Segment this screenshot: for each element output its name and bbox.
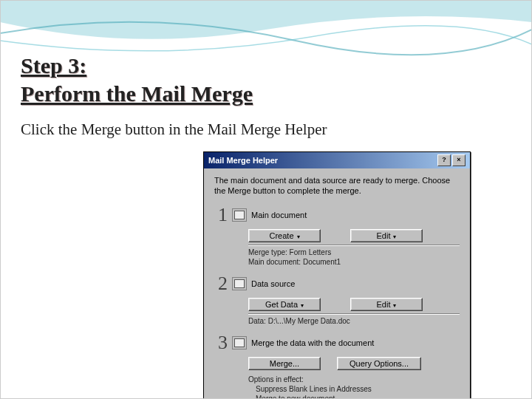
section-label-2: Data source <box>251 279 295 288</box>
options-heading: Options in effect: <box>248 375 460 384</box>
query-options-button[interactable]: Query Options... <box>337 357 421 370</box>
title-line-2: Perform the Mail Merge <box>21 81 253 106</box>
data-path-line: Data: D:\...\My Merge Data.doc <box>248 316 460 326</box>
title-line-1: Step 3: <box>21 53 86 78</box>
merge-icon <box>232 336 247 349</box>
section-data-source: 2 Data source Get Data Edit Data: D:\...… <box>214 273 460 326</box>
edit-main-button[interactable]: Edit <box>350 229 423 242</box>
slide-content: Step 3: Perform the Mail Merge Click the… <box>0 0 532 139</box>
option-line-1: Suppress Blank Lines in Addresses <box>256 384 460 394</box>
dialog-message: The main document and data source are re… <box>214 176 460 197</box>
section-number-3: 3 <box>214 332 228 354</box>
dialog-body: The main document and data source are re… <box>204 168 470 399</box>
help-button[interactable]: ? <box>437 154 451 166</box>
mail-merge-helper-dialog: Mail Merge Helper ? × The main document … <box>203 151 471 399</box>
section-merge: 3 Merge the data with the document Merge… <box>214 332 460 400</box>
option-line-2: Merge to new document <box>256 394 460 400</box>
edit-data-button[interactable]: Edit <box>350 298 423 311</box>
section-number-1: 1 <box>214 204 228 226</box>
section-number-2: 2 <box>214 273 228 295</box>
options-in-effect: Options in effect: Suppress Blank Lines … <box>248 375 460 400</box>
main-document-line: Main document: Document1 <box>248 257 460 267</box>
section-label-3: Merge the data with the document <box>251 338 374 347</box>
close-button[interactable]: × <box>452 154 466 166</box>
get-data-button[interactable]: Get Data <box>248 298 321 311</box>
dialog-titlebar[interactable]: Mail Merge Helper ? × <box>204 152 470 168</box>
folder-icon <box>232 277 247 290</box>
create-button[interactable]: Create <box>248 229 321 242</box>
merge-button[interactable]: Merge... <box>248 357 321 370</box>
section-1-info: Merge type: Form Letters Main document: … <box>248 245 460 267</box>
instruction-text: Click the Merge button in the Mail Merge… <box>21 120 346 139</box>
merge-type-line: Merge type: Form Letters <box>248 248 460 257</box>
slide-title: Step 3: Perform the Mail Merge <box>21 52 511 107</box>
section-main-document: 1 Main document Create Edit Merge type: … <box>214 204 460 267</box>
section-label-1: Main document <box>251 211 307 219</box>
section-2-info: Data: D:\...\My Merge Data.doc <box>248 313 460 326</box>
document-icon <box>232 208 247 222</box>
dialog-title: Mail Merge Helper <box>208 156 437 165</box>
